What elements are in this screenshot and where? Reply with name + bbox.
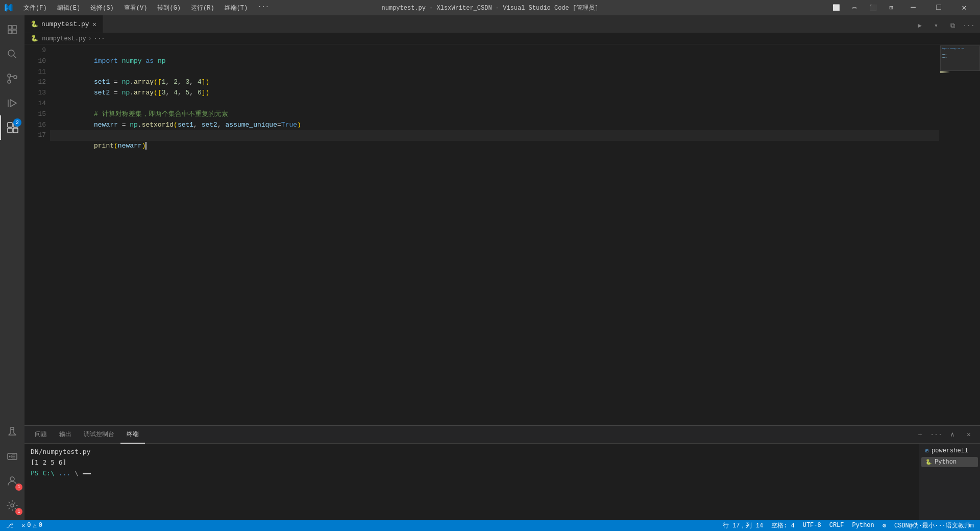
tab-numpytest[interactable]: 🐍 numpytest.py ✕ [24, 15, 103, 33]
python-label: Python [935, 458, 957, 466]
main-container: 2 [0, 15, 980, 520]
activity-explorer[interactable] [0, 17, 24, 42]
cursor-position[interactable]: 行 17，列 14 [721, 520, 765, 531]
activity-bar: 2 [0, 15, 24, 520]
layout-split-h[interactable]: ▭ [846, 0, 863, 15]
maximize-button[interactable]: □ [927, 0, 950, 15]
git-icon: ⎇ [6, 522, 13, 529]
code-editor[interactable]: import numpy as np set1 = np.array([1, 2… [50, 44, 939, 425]
terminal-line-2: [1 2 5 6] [31, 457, 913, 468]
code-line-14: # 计算对称差集，即两个集合中不重复的元素 [50, 99, 939, 109]
menu-view[interactable]: 查看(V) [120, 3, 152, 13]
indentation[interactable]: 空格: 4 [769, 520, 797, 531]
titlebar: 文件(F) 编辑(E) 选择(S) 查看(V) 转到(G) 运行(R) 终端(T… [0, 0, 980, 15]
svg-rect-5 [8, 123, 12, 127]
user-info[interactable]: CSDN@伪·最小···语文教师m [892, 520, 976, 531]
code-line-9: import numpy as np [50, 45, 939, 56]
menu-terminal[interactable]: 终端(T) [220, 3, 252, 13]
menu-goto[interactable]: 转到(G) [153, 3, 185, 13]
panel-actions: ＋ ··· ∧ ✕ [913, 427, 976, 442]
language-text: Python [852, 522, 874, 529]
activity-settings[interactable]: 1 [0, 493, 24, 518]
python-icon: 🐍 [925, 459, 932, 465]
status-left: ⎇ ✕ 0 ⚠ 0 [4, 520, 44, 531]
breadcrumb-file[interactable]: 🐍 numpytest.py [31, 35, 86, 42]
git-branch[interactable]: ⎇ [4, 520, 15, 531]
encoding[interactable]: UTF-8 [801, 520, 823, 531]
line-numbers: 9 10 11 12 13 14 15 16 17 [24, 44, 50, 425]
activity-source-control[interactable] [0, 66, 24, 91]
warning-count: 0 [39, 522, 42, 529]
terminal-content[interactable]: DN/numpytest.py [1 2 5 6] PS C:\ ... \ [24, 444, 919, 520]
new-terminal-button[interactable]: ＋ [913, 427, 927, 442]
extensions-badge: 2 [13, 118, 21, 127]
tab-output[interactable]: 输出 [53, 426, 78, 444]
titlebar-left: 文件(F) 编辑(E) 选择(S) 查看(V) 转到(G) 运行(R) 终端(T… [4, 3, 273, 13]
terminal-item-powershell[interactable]: ⊞ powershell [921, 446, 978, 456]
close-button[interactable]: ✕ [952, 0, 976, 15]
menu-more[interactable]: ··· [254, 3, 273, 13]
layout-grid[interactable]: ⊞ [883, 0, 899, 15]
errors-status[interactable]: ✕ 0 ⚠ 0 [19, 520, 44, 531]
activity-run[interactable] [0, 91, 24, 115]
activity-account[interactable]: 1 [0, 469, 24, 493]
svg-rect-7 [8, 128, 12, 133]
user-text: CSDN@伪·最小···语文教师m [894, 521, 974, 530]
more-actions[interactable]: ··· [962, 18, 976, 33]
code-line-11: set1 = np.array([1, 2, 3, 4]) [50, 67, 939, 78]
warning-icon: ⚠ [33, 522, 36, 529]
terminal-cursor [83, 473, 91, 474]
terminal-line-1: DN/numpytest.py [31, 447, 913, 457]
breadcrumb: 🐍 numpytest.py › ··· [24, 33, 980, 44]
status-right: 行 17，列 14 空格: 4 UTF-8 CRLF Python ⚙ CSDN… [721, 520, 976, 531]
activity-remote[interactable] [0, 444, 24, 469]
menu-file[interactable]: 文件(F) [19, 3, 51, 13]
split-editor[interactable]: ⧉ [945, 18, 960, 33]
terminal-main[interactable]: DN/numpytest.py [1 2 5 6] PS C:\ ... \ [24, 444, 919, 520]
status-bar: ⎇ ✕ 0 ⚠ 0 行 17，列 14 空格: 4 UTF-8 CRLF Pyt… [0, 520, 980, 531]
terminal-more[interactable]: ··· [929, 427, 943, 442]
terminal-close[interactable]: ✕ [962, 427, 976, 442]
layout-split-v[interactable]: ⬛ [865, 0, 881, 15]
tab-problems[interactable]: 问题 [29, 426, 53, 444]
menu-select[interactable]: 选择(S) [86, 3, 118, 13]
tab-debug-console[interactable]: 调试控制台 [78, 426, 120, 444]
window-controls: ⬜ ▭ ⬛ ⊞ ─ □ ✕ [828, 0, 976, 15]
activity-test[interactable] [0, 420, 24, 444]
run-dropdown[interactable]: ▾ [929, 18, 943, 33]
language-mode[interactable]: Python [850, 520, 876, 531]
terminal-maximize[interactable]: ∧ [945, 427, 960, 442]
extension-info[interactable]: ⚙ [880, 520, 888, 531]
ext-icon: ⚙ [883, 522, 886, 529]
svg-point-2 [8, 80, 11, 83]
tab-close-button[interactable]: ✕ [92, 20, 96, 29]
menu-edit[interactable]: 编辑(E) [53, 3, 85, 13]
error-count: 0 [27, 522, 31, 529]
activity-extensions[interactable]: 2 [0, 115, 24, 140]
tab-bar: 🐍 numpytest.py ✕ ▶ ▾ ⧉ ··· [24, 15, 980, 33]
code-line-10 [50, 56, 939, 67]
terminal-item-python[interactable]: 🐍 Python [921, 457, 978, 467]
editor-content[interactable]: 9 10 11 12 13 14 15 16 17 import numpy a… [24, 44, 980, 425]
powershell-label: powershell [932, 447, 968, 454]
layout-single[interactable]: ⬜ [828, 0, 844, 15]
terminal-prompt: PS C:\ [31, 469, 55, 477]
activity-search[interactable] [0, 42, 24, 66]
editor-area: 🐍 numpytest.py ✕ ▶ ▾ ⧉ ··· 🐍 numpytest.p… [24, 15, 980, 520]
breadcrumb-more[interactable]: ··· [94, 35, 105, 42]
titlebar-menu: 文件(F) 编辑(E) 选择(S) 查看(V) 转到(G) 运行(R) 终端(T… [19, 3, 273, 13]
minimize-button[interactable]: ─ [901, 0, 925, 15]
line-ending[interactable]: CRLF [827, 520, 846, 531]
menu-run[interactable]: 运行(R) [187, 3, 218, 13]
tab-terminal[interactable]: 终端 [120, 426, 145, 444]
terminal-prompt-line: PS C:\ ... \ [31, 468, 913, 479]
svg-point-16 [10, 477, 14, 481]
run-button[interactable]: ▶ [913, 18, 927, 33]
breadcrumb-sep: › [88, 35, 92, 42]
terminal-side-panel: ⊞ powershell 🐍 Python [919, 444, 980, 520]
text-cursor [145, 142, 146, 150]
python-file-icon: 🐍 [31, 20, 38, 28]
svg-point-11 [9, 456, 11, 457]
terminal-list: ⊞ powershell 🐍 Python [919, 444, 980, 469]
terminal-path: ... [59, 469, 70, 477]
